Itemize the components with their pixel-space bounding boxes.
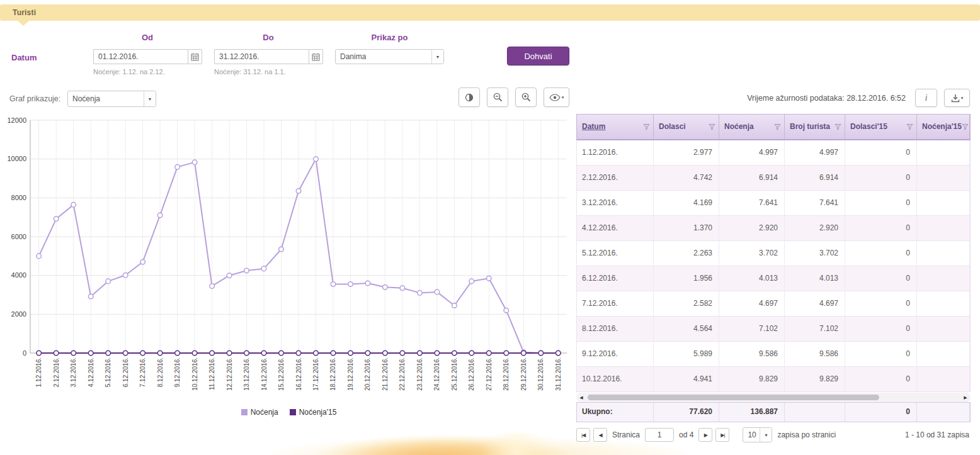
table-panel: Vrijeme ažurnosti podataka: 28.12.2016. … — [576, 88, 971, 450]
table-cell — [917, 241, 970, 266]
prev-page-button[interactable]: ◀ — [593, 428, 607, 442]
last-page-button[interactable]: ▶| — [715, 428, 729, 442]
zoom-out-button[interactable] — [487, 87, 508, 107]
horizontal-scrollbar[interactable]: ◀ ▶ — [576, 393, 971, 402]
table-row[interactable]: 5.12.2016.2.2633.7023.7020 — [577, 241, 970, 266]
table-row[interactable]: 9.12.2016.5.9899.5869.5860 — [577, 342, 970, 367]
filter-icon[interactable] — [709, 123, 715, 130]
scrollbar-track[interactable] — [586, 394, 960, 401]
table-body: 1.12.2016.2.9774.9974.99702.12.2016.4.74… — [576, 140, 971, 392]
legend-item[interactable]: Noćenja — [241, 408, 278, 417]
table-cell — [917, 317, 970, 341]
page-number-input[interactable] — [645, 428, 674, 442]
prikaz-po-select[interactable]: Danima ▼ — [335, 49, 444, 64]
page: Turisti Datum Od Do Prikaz po Noćenje: 1… — [0, 0, 980, 455]
table-row[interactable]: 10.12.2016.4.9419.8299.8290 — [577, 367, 970, 392]
table-row[interactable]: 2.12.2016.4.7426.9146.9140 — [577, 166, 970, 191]
filter-icon[interactable] — [643, 123, 650, 130]
column-header-2[interactable]: Noćenja — [719, 115, 785, 139]
table-cell — [917, 342, 970, 366]
zoom-in-button[interactable] — [515, 87, 537, 107]
dohvati-button[interactable]: Dohvati — [507, 47, 569, 65]
svg-text:27.12.2016.: 27.12.2016. — [486, 357, 493, 391]
legend-label: Noćenja — [251, 408, 278, 417]
pagination: |◀ ◀ Stranica od 4 ▶ ▶| 10 ▼ zapisa po s… — [576, 427, 971, 442]
table-row[interactable]: 1.12.2016.2.9774.9974.9970 — [577, 140, 970, 166]
series-visibility-button[interactable]: ▾ — [544, 87, 569, 107]
svg-text:14.12.2016.: 14.12.2016. — [261, 357, 268, 391]
calendar-icon — [191, 53, 199, 61]
column-header-4[interactable]: Dolasci'15 — [845, 115, 917, 139]
scrollbar-thumb[interactable] — [588, 395, 879, 400]
od-date-input[interactable] — [93, 49, 188, 64]
data-updated-text: Vrijeme ažurnosti podataka: 28.12.2016. … — [747, 94, 906, 103]
table-cell: 0 — [845, 191, 917, 215]
svg-text:16.12.2016.: 16.12.2016. — [295, 357, 302, 391]
table-cell: 9.829 — [719, 367, 785, 391]
toggle-view-button[interactable] — [459, 87, 480, 107]
table-cell: 4.997 — [785, 140, 845, 165]
svg-text:19.12.2016.: 19.12.2016. — [347, 357, 354, 391]
toggle-icon — [464, 93, 474, 103]
next-page-icon: ▶ — [704, 432, 707, 438]
table-cell: 0 — [845, 317, 917, 341]
svg-text:28.12.2016.: 28.12.2016. — [503, 357, 510, 391]
graf-prikazuje-label: Graf prikazuje: — [9, 94, 60, 103]
table-cell: 2.582 — [654, 291, 719, 316]
svg-text:23.12.2016.: 23.12.2016. — [416, 357, 423, 391]
table-cell: 3.702 — [719, 241, 785, 266]
od-hint: Noćenje: 1.12. na 2.12. — [93, 68, 165, 76]
svg-text:2.12.2016.: 2.12.2016. — [53, 357, 60, 387]
first-page-button[interactable]: |◀ — [576, 428, 590, 442]
table-cell: 3.12.2016. — [577, 191, 654, 215]
legend-item[interactable]: Noćenja'15 — [290, 408, 337, 417]
tab-turisti[interactable]: Turisti — [13, 8, 36, 17]
column-header-0[interactable]: Datum — [577, 115, 654, 139]
last-page-icon: ▶| — [721, 432, 724, 438]
column-header-3[interactable]: Broj turista — [785, 115, 845, 139]
table-cell: 0 — [845, 266, 917, 291]
column-header-1[interactable]: Dolasci — [654, 115, 719, 139]
datum-label: Datum — [11, 53, 37, 62]
table-row[interactable]: 3.12.2016.4.1697.6417.6410 — [577, 191, 970, 216]
tab-bar: Turisti — [0, 4, 980, 21]
column-header-label: Noćenja'15 — [922, 123, 962, 132]
do-date-input[interactable] — [214, 49, 309, 64]
column-header-5[interactable]: Noćenja'15 — [917, 115, 970, 139]
graf-series-select[interactable]: Noćenja ▼ — [67, 91, 156, 107]
filter-icon[interactable] — [906, 123, 913, 130]
filter-icon[interactable] — [835, 123, 841, 130]
table-cell: 5.989 — [654, 342, 719, 366]
page-size-select[interactable]: 10 ▼ — [743, 427, 772, 442]
next-page-button[interactable]: ▶ — [698, 428, 712, 442]
table-cell: 9.586 — [719, 342, 785, 366]
table-row[interactable]: 7.12.2016.2.5824.6974.6970 — [577, 291, 970, 317]
chevron-down-icon: ▾ — [961, 96, 964, 100]
svg-text:12000: 12000 — [8, 116, 26, 124]
do-calendar-button[interactable] — [309, 49, 323, 64]
column-header-label: Noćenja — [724, 123, 754, 132]
table-cell: 4.697 — [719, 291, 785, 316]
scroll-left-icon[interactable]: ◀ — [578, 393, 585, 402]
per-page-label: zapisa po stranici — [777, 430, 836, 439]
table-cell: 8.12.2016. — [577, 317, 654, 341]
svg-text:10000: 10000 — [8, 155, 26, 162]
table-cell: 4.013 — [719, 266, 785, 291]
table-cell: 2.920 — [785, 216, 845, 240]
download-button[interactable]: ▾ — [944, 89, 970, 107]
total-cell: 0 — [845, 403, 917, 422]
filter-icon[interactable] — [774, 123, 781, 130]
do-date-group — [214, 49, 323, 64]
filter-icon[interactable] — [962, 123, 969, 130]
table-cell: 4.013 — [785, 266, 845, 291]
svg-text:4.12.2016.: 4.12.2016. — [88, 357, 94, 387]
table-cell: 1.370 — [654, 216, 719, 240]
info-button[interactable]: i — [915, 89, 937, 107]
scroll-right-icon[interactable]: ▶ — [962, 393, 969, 402]
table-row[interactable]: 8.12.2016.4.5647.1027.1020 — [577, 317, 970, 342]
od-calendar-button[interactable] — [188, 49, 202, 64]
table-row[interactable]: 6.12.2016.1.9564.0134.0130 — [577, 266, 970, 291]
svg-text:7.12.2016.: 7.12.2016. — [139, 357, 146, 387]
table-row[interactable]: 4.12.2016.1.3702.9202.9200 — [577, 216, 970, 241]
svg-text:11.12.2016.: 11.12.2016. — [208, 357, 215, 390]
